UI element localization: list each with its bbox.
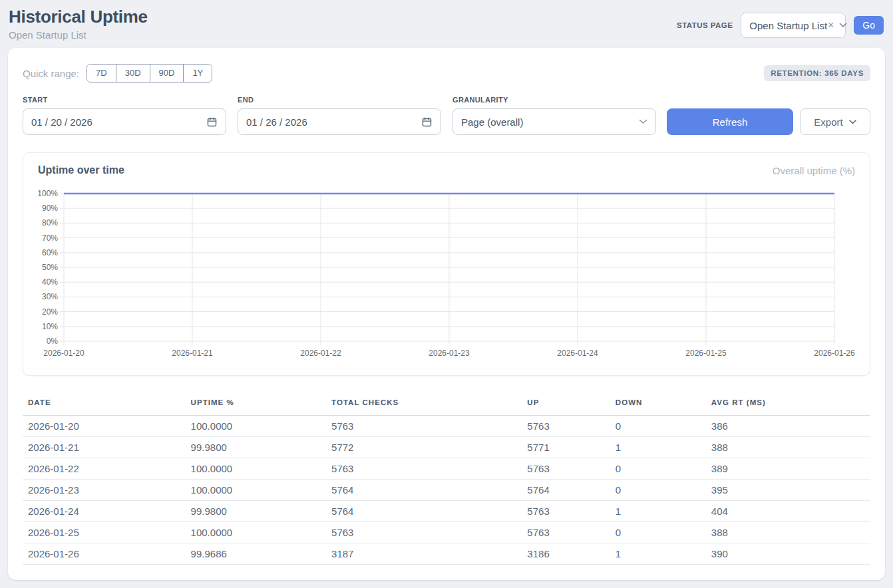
table-cell: 389: [706, 458, 870, 480]
quick-range-7d-button[interactable]: 7D: [87, 65, 116, 82]
column-header-total-checks: TOTAL CHECKS: [326, 390, 522, 416]
column-header-up: UP: [522, 390, 610, 416]
page-subtitle: Open Startup List: [9, 29, 148, 41]
table-cell: 5764: [326, 501, 522, 522]
uptime-table-body: 2026-01-20100.00005763576303862026-01-21…: [23, 416, 870, 565]
chevron-down-icon: [839, 23, 847, 28]
table-cell: 2026-01-20: [23, 416, 186, 437]
chart-legend-label: Overall uptime (%): [773, 165, 855, 176]
start-date-input[interactable]: 01 / 20 / 2026: [23, 108, 226, 135]
quick-range-30d-button[interactable]: 30D: [116, 65, 150, 82]
granularity-select[interactable]: Page (overall): [452, 108, 656, 135]
table-row: 2026-01-22100.0000576357630389: [23, 458, 870, 480]
table-cell: 5763: [522, 416, 610, 437]
svg-text:2026-01-26: 2026-01-26: [814, 349, 855, 358]
calendar-icon[interactable]: [206, 116, 218, 128]
svg-text:20%: 20%: [42, 307, 58, 317]
svg-text:2026-01-24: 2026-01-24: [557, 349, 598, 358]
page-header-right: STATUS PAGE Open Startup List× Go: [677, 13, 884, 38]
table-cell: 5763: [326, 416, 522, 437]
table-cell: 100.0000: [186, 522, 326, 543]
table-row: 2026-01-23100.0000576457640395: [23, 480, 870, 501]
status-page-select[interactable]: Open Startup List×: [741, 13, 846, 38]
svg-text:2026-01-25: 2026-01-25: [685, 349, 727, 358]
table-cell: 404: [706, 501, 870, 522]
table-cell: 5763: [522, 458, 610, 480]
end-date-input[interactable]: 01 / 26 / 2026: [238, 108, 441, 135]
export-button-label: Export: [814, 116, 842, 128]
svg-text:2026-01-21: 2026-01-21: [172, 349, 213, 358]
table-cell: 5772: [326, 437, 522, 458]
table-cell: 3186: [522, 543, 610, 565]
svg-text:2026-01-23: 2026-01-23: [429, 349, 470, 358]
chart-title: Uptime over time: [38, 164, 124, 176]
table-cell: 388: [706, 437, 870, 458]
quick-range-label: Quick range:: [23, 68, 79, 79]
table-cell: 5763: [522, 522, 610, 543]
start-date-label: START: [23, 96, 226, 104]
end-date-value: 01 / 26 / 2026: [246, 116, 307, 128]
chevron-down-icon: [639, 119, 647, 124]
chevron-down-icon: [849, 120, 856, 124]
table-cell: 1: [610, 501, 706, 522]
table-cell: 100.0000: [186, 480, 326, 501]
quick-range-row: Quick range: 7D 30D 90D 1Y RETENTION: 36…: [23, 64, 870, 82]
calendar-icon[interactable]: [421, 116, 433, 128]
table-cell: 0: [610, 416, 706, 437]
chart-header: Uptime over time Overall uptime (%): [38, 164, 855, 176]
table-cell: 390: [706, 543, 870, 565]
granularity-field: GRANULARITY Page (overall): [452, 96, 656, 135]
table-cell: 395: [706, 480, 870, 501]
table-cell: 386: [706, 416, 870, 437]
table-cell: 5763: [326, 458, 522, 480]
table-cell: 2026-01-23: [23, 480, 186, 501]
historical-uptime-page: Historical Uptime Open Startup List STAT…: [0, 0, 893, 588]
column-header-uptime: UPTIME %: [186, 390, 326, 416]
status-page-select-value: Open Startup List: [749, 20, 827, 31]
table-cell: 0: [610, 522, 706, 543]
table-cell: 100.0000: [186, 458, 326, 480]
table-row: 2026-01-20100.0000576357630386: [23, 416, 870, 437]
column-header-down: DOWN: [610, 390, 706, 416]
table-cell: 5763: [326, 522, 522, 543]
granularity-value: Page (overall): [461, 116, 523, 128]
retention-badge: RETENTION: 365 DAYS: [764, 65, 870, 81]
table-cell: 3187: [326, 543, 522, 565]
table-cell: 99.9686: [186, 543, 326, 565]
svg-text:2026-01-20: 2026-01-20: [43, 349, 85, 358]
table-cell: 0: [610, 458, 706, 480]
table-row: 2026-01-2699.9686318731861390: [23, 543, 870, 565]
table-cell: 2026-01-22: [23, 458, 186, 480]
table-cell: 5764: [522, 480, 610, 501]
go-button[interactable]: Go: [854, 16, 884, 35]
svg-text:30%: 30%: [42, 292, 58, 301]
svg-text:40%: 40%: [42, 277, 58, 287]
refresh-button[interactable]: Refresh: [667, 108, 793, 135]
table-cell: 99.9800: [186, 501, 326, 522]
start-date-value: 01 / 20 / 2026: [31, 116, 92, 128]
end-date-field: END 01 / 26 / 2026: [238, 96, 441, 135]
table-cell: 5764: [326, 480, 522, 501]
status-page-label: STATUS PAGE: [677, 21, 733, 29]
svg-text:70%: 70%: [42, 233, 58, 243]
table-cell: 388: [706, 522, 870, 543]
export-button[interactable]: Export: [800, 108, 870, 135]
table-cell: 5763: [522, 501, 610, 522]
end-date-label: END: [238, 96, 441, 104]
table-cell: 1: [610, 543, 706, 565]
svg-text:80%: 80%: [42, 218, 58, 227]
main-card: Quick range: 7D 30D 90D 1Y RETENTION: 36…: [8, 48, 885, 580]
start-date-field: START 01 / 20 / 2026: [23, 96, 226, 135]
quick-range-1y-button[interactable]: 1Y: [183, 65, 212, 82]
quick-range-90d-button[interactable]: 90D: [150, 65, 184, 82]
table-cell: 2026-01-24: [23, 501, 186, 522]
quick-range-group: 7D 30D 90D 1Y: [87, 64, 212, 82]
page-header: Historical Uptime Open Startup List STAT…: [0, 0, 893, 48]
table-cell: 2026-01-21: [23, 437, 186, 458]
svg-text:60%: 60%: [42, 248, 58, 257]
clear-selection-icon[interactable]: ×: [828, 20, 834, 31]
svg-text:0%: 0%: [47, 337, 59, 346]
table-cell: 2026-01-26: [23, 543, 186, 565]
filters-row: START 01 / 20 / 2026 END 01 / 26 / 2026: [23, 96, 870, 135]
svg-text:90%: 90%: [42, 204, 58, 213]
